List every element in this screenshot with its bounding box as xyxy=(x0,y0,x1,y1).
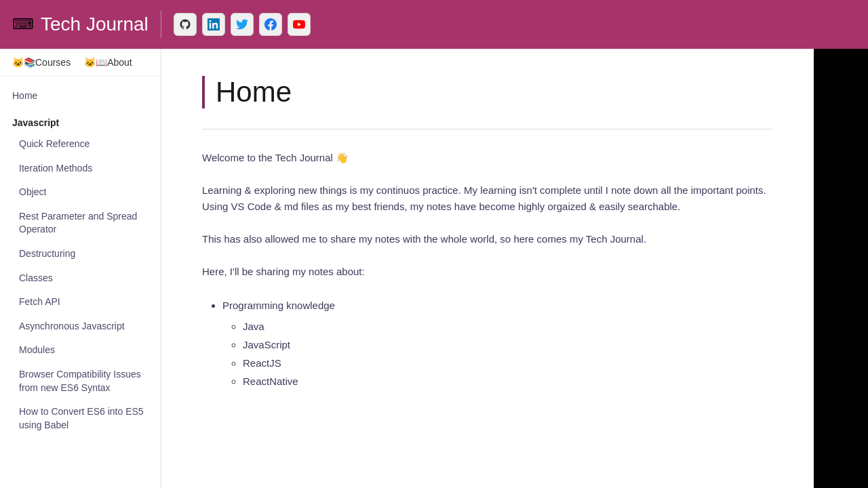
sidebar-item-quick-reference[interactable]: Quick Reference xyxy=(0,132,161,157)
sidebar-content: Home Javascript Quick Reference Iteratio… xyxy=(0,77,161,444)
header-divider xyxy=(161,11,161,38)
list-item-javascript: JavaScript xyxy=(243,336,773,354)
content-divider xyxy=(202,129,773,129)
youtube-icon[interactable] xyxy=(288,13,311,36)
terminal-icon: ⌨ xyxy=(12,16,34,33)
sidebar-item-browser-compat[interactable]: Browser Compatibility Issues from new ES… xyxy=(0,363,161,400)
header: ⌨ Tech Journal xyxy=(0,0,868,49)
courses-nav-label: 🐱📚Courses xyxy=(12,57,71,68)
list-item-java: Java xyxy=(243,317,773,336)
about-nav[interactable]: 🐱📖About xyxy=(79,54,138,70)
sub-topics-list: Java JavaScript ReactJS ReactNative xyxy=(243,317,773,390)
social-links xyxy=(174,13,311,36)
sidebar-home[interactable]: Home xyxy=(0,83,161,108)
sidebar-item-classes[interactable]: Classes xyxy=(0,266,161,291)
github-icon[interactable] xyxy=(174,13,197,36)
sidebar-item-async-js[interactable]: Asynchronous Javascript xyxy=(0,314,161,339)
sidebar-item-object[interactable]: Object xyxy=(0,180,161,205)
twitter-icon[interactable] xyxy=(231,13,254,36)
main-container: 🐱📚Courses 🐱📖About Home Javascript Quick … xyxy=(0,49,868,488)
sidebar-item-modules[interactable]: Modules xyxy=(0,338,161,363)
description-paragraph: Learning & exploring new things is my co… xyxy=(202,182,773,215)
sidebar-section-javascript: Javascript xyxy=(0,108,161,132)
sidebar-item-babel[interactable]: How to Convert ES6 into ES5 using Babel xyxy=(0,400,161,437)
site-title: Tech Journal xyxy=(41,14,149,35)
right-border xyxy=(814,49,868,488)
list-item-reactnative: ReactNative xyxy=(243,372,773,390)
list-item-programming: Programming knowledge Java JavaScript Re… xyxy=(222,296,773,390)
topics-intro: Here, I'll be sharing my notes about: xyxy=(202,264,773,280)
sharing-paragraph: This has also allowed me to share my not… xyxy=(202,231,773,247)
header-logo: ⌨ Tech Journal xyxy=(12,14,149,35)
sidebar-nav-top: 🐱📚Courses 🐱📖About xyxy=(0,49,161,77)
page-title: Home xyxy=(216,76,773,108)
sidebar-item-iteration-methods[interactable]: Iteration Methods xyxy=(0,157,161,181)
sidebar-item-destructuring[interactable]: Destructuring xyxy=(0,242,161,266)
courses-nav[interactable]: 🐱📚Courses xyxy=(7,54,76,70)
welcome-paragraph: Welcome to the Tech Journal 👋 xyxy=(202,150,773,166)
facebook-icon[interactable] xyxy=(259,13,282,36)
list-item-reactjs: ReactJS xyxy=(243,354,773,372)
about-nav-label: 🐱📖About xyxy=(84,57,132,68)
main-content: Home Welcome to the Tech Journal 👋 Learn… xyxy=(161,49,814,488)
page-title-container: Home xyxy=(202,76,773,108)
sidebar: 🐱📚Courses 🐱📖About Home Javascript Quick … xyxy=(0,49,161,488)
topics-list: Programming knowledge Java JavaScript Re… xyxy=(222,296,773,390)
linkedin-icon[interactable] xyxy=(202,13,225,36)
sidebar-item-rest-spread[interactable]: Rest Parameter and Spread Operator xyxy=(0,205,161,242)
sidebar-item-fetch-api[interactable]: Fetch API xyxy=(0,290,161,314)
